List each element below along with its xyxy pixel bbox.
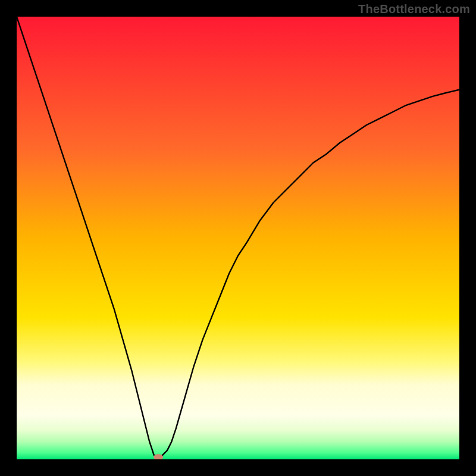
chart-frame: TheBottleneck.com — [0, 0, 476, 476]
plot-area — [17, 17, 459, 459]
watermark-text: TheBottleneck.com — [358, 2, 470, 16]
gradient-background — [17, 17, 459, 459]
bottleneck-curve-chart — [17, 17, 459, 459]
